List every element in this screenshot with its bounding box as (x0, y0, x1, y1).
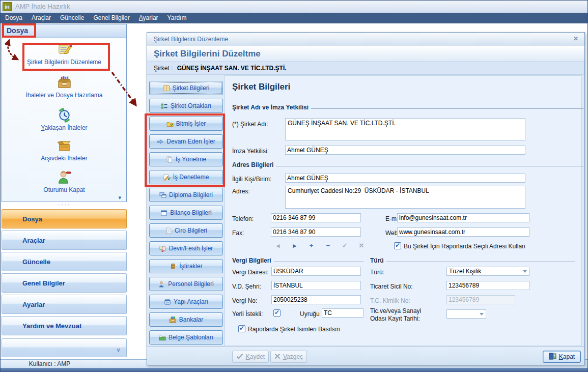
dialog-close-icon[interactable]: ✕ (573, 35, 578, 42)
list-icon (161, 103, 168, 109)
web-input[interactable] (397, 227, 529, 237)
tax-city-input[interactable] (271, 281, 361, 290)
book-icon (163, 85, 170, 92)
dialog-nav-button-14[interactable]: Belge Şablonları (149, 330, 223, 345)
sidebar-item-3[interactable]: Arşivdeki İhaleler (2, 138, 126, 162)
menu-item-0[interactable]: Dosya (1, 13, 27, 23)
contact-label: İlgili Kişi/Birim: (232, 176, 271, 183)
tc-id-label: T.C. Kimlik No: (370, 297, 410, 304)
record-navigator: ◂▸+−✓✕ (273, 242, 366, 249)
cancel-record-icon[interactable]: ✕ (357, 242, 366, 249)
dialog-nav-button-8[interactable]: Ciro Bilgileri (149, 223, 223, 238)
confirm-record-icon[interactable]: ✓ (340, 242, 349, 249)
nav-button-label: Bankalar (179, 316, 203, 323)
dialog-nav-button-0[interactable]: Şirket Bilgileri (149, 81, 223, 95)
nav-button-label: Devir/Fesih İşler (169, 245, 213, 252)
menu-item-4[interactable]: Ayarlar (134, 13, 163, 23)
check-icon (236, 353, 243, 361)
phone-label: Telefon: (232, 215, 254, 222)
dialog-nav-button-9[interactable]: Devir/Fesih İşler (149, 241, 223, 255)
phone-input[interactable] (271, 213, 361, 222)
dialog-nav-button-3[interactable]: Devam Eden İşler (149, 134, 223, 149)
tax-no-input[interactable] (271, 295, 361, 304)
email-input[interactable] (397, 213, 529, 222)
cancel-button-label: Vazgeç (283, 353, 303, 360)
menu-item-5[interactable]: Yardım (163, 13, 191, 23)
nationality-input[interactable] (322, 308, 363, 318)
add-record-icon[interactable]: + (307, 242, 316, 249)
dialog-heading: Şirket Bilgilerini Düzeltme (147, 46, 584, 62)
domestic-checkbox[interactable] (273, 309, 281, 317)
accordion-item-2[interactable]: Güncelle (2, 252, 127, 271)
menu-item-3[interactable]: Genel Bilgiler (89, 13, 134, 23)
archive-box-icon (2, 138, 126, 154)
use-address-checkbox[interactable] (394, 242, 401, 249)
dialog-nav-button-5[interactable]: İş Denetleme (149, 170, 223, 184)
save-button[interactable]: Kaydet (232, 351, 269, 363)
signer-label: İmza Yetkilisi: (232, 148, 269, 155)
dialog-nav-button-7[interactable]: Bilanço Bilgileri (149, 206, 223, 220)
next-record-icon[interactable]: ▸ (290, 242, 299, 249)
dialog-nav-button-13[interactable]: Bankalar (149, 312, 223, 327)
tax-office-input[interactable] (271, 267, 361, 276)
chamber-date-combobox[interactable] (446, 309, 486, 319)
accordion-item-4[interactable]: Ayarlar (2, 295, 127, 314)
company-info-panel: Şirket Bilgileri Şirket Adı ve İmza Yetk… (225, 75, 582, 346)
sidebar-item-2[interactable]: Yaklaşan İhaleler (2, 107, 126, 131)
chamber-label-line1: Tic.ve/veya Sanayi (370, 307, 421, 314)
signer-input[interactable] (285, 146, 525, 155)
accordion-item-5[interactable]: Yardım ve Mevzuat (2, 316, 127, 335)
delete-record-icon[interactable]: − (323, 242, 332, 249)
dialog-nav-button-2[interactable]: Bitmiş İşler (149, 117, 223, 131)
domestic-label: Yerli İstekli: (232, 310, 263, 318)
exit-door-icon (549, 353, 556, 361)
sidebar-item-label: Arşivdeki İhaleler (41, 155, 87, 162)
sidebar-item-1[interactable]: İhaleler ve Dosya Hazırlama (2, 75, 126, 99)
tax-city-label: V.D. Şehri: (232, 283, 261, 290)
sidebar-item-0[interactable]: Şirket Bilgilerini Düzenleme (2, 42, 126, 66)
window-bottom-edge (1, 368, 587, 372)
dialog-title-bar[interactable]: Şirket Bilgilerini Düzenleme ✕ (147, 33, 584, 46)
fax-label: Fax: (232, 230, 244, 237)
nav-button-label: Belge Şablonları (169, 334, 213, 341)
dialog-nav-button-11[interactable]: Personel Bilgileri (149, 277, 223, 291)
document-icon (165, 227, 172, 234)
sidebar-splitter[interactable]: ···· (2, 202, 127, 209)
accordion-item-3[interactable]: Genel Bilgiler (2, 273, 127, 293)
nav-button-label: Diploma Bilgileri (169, 191, 213, 198)
nav-button-label: İş Yönetme (176, 156, 206, 163)
menu-item-1[interactable]: Araçlar (27, 13, 55, 23)
nav-button-label: Devam Eden İşler (166, 138, 215, 145)
print-names-checkbox-label: Raporlarda Şirket İsimleri Basılsın (248, 326, 340, 333)
dialog-nav-button-6[interactable]: Diploma Bilgileri (149, 188, 223, 202)
accordion-item-1[interactable]: Araçlar (2, 231, 127, 250)
sidebar-scroll-down-icon[interactable]: ▾ (118, 194, 121, 201)
dialog-nav-button-10[interactable]: İştirakler (149, 259, 223, 273)
accordion-item-0[interactable]: Dosya (2, 209, 127, 228)
cancel-button[interactable]: Vazgeç (270, 351, 307, 363)
card-file-icon (2, 75, 126, 91)
save-button-label: Kaydet (246, 353, 265, 360)
accordion-collapse-bar[interactable]: ˅ (2, 338, 127, 357)
print-names-checkbox[interactable] (238, 325, 245, 332)
menu-bar: DosyaAraçlarGüncelleGenel BilgilerAyarla… (1, 13, 587, 23)
close-button[interactable]: Kapat (543, 351, 581, 363)
dialog-nav-button-12[interactable]: Yapı Araçları (149, 295, 223, 309)
menu-item-2[interactable]: Güncelle (55, 13, 89, 23)
contact-input[interactable] (285, 174, 525, 183)
fax-input[interactable] (271, 227, 361, 237)
group-title: Vergi Bilgileri (232, 257, 271, 264)
dialog-nav-button-1[interactable]: Şirket Ortakları (149, 99, 223, 113)
trade-reg-input[interactable] (446, 281, 529, 290)
use-address-checkbox-label: Bu Şirket İçin Raporlarda Seçili Adresi … (404, 243, 525, 250)
type-combobox[interactable]: Tüzel Kişilik (446, 267, 529, 276)
nationality-label: Uyruğu (300, 310, 320, 318)
dialog-nav-button-4[interactable]: İş Yönetme (149, 152, 223, 166)
tc-id-input (446, 295, 515, 304)
company-name-input[interactable]: GÜNEŞ İNŞAAT SAN. VE TİC.LTD.ŞTİ. (285, 118, 525, 140)
prev-record-icon[interactable]: ◂ (273, 242, 283, 249)
group-name-sign: Şirket Adı ve İmza Yetkilisi (232, 104, 583, 111)
address-input[interactable]: Cumhuriyet Caddesi No:29 ÜSKÜDAR - İSTAN… (285, 186, 525, 209)
sidebar-item-4[interactable]: Oturumu Kapat (2, 169, 126, 193)
group-tax: Vergi Bilgileri (232, 257, 363, 264)
